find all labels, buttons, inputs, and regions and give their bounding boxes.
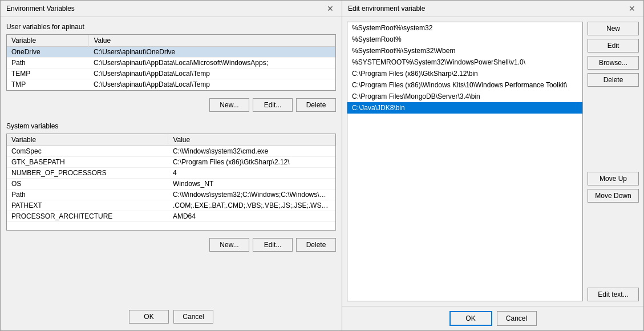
env-var-list-item[interactable]: C:\Java\JDK8\bin [347,102,582,114]
left-ok-button[interactable]: OK [129,310,169,324]
user-section-label: User variables for apinaut [6,23,336,31]
user-buttons-row: New... Edit... Delete [1,94,342,116]
env-var-list-item[interactable]: C:\Program Files (x86)\Windows Kits\10\W… [347,79,582,91]
env-var-list-item[interactable]: %SYSTEMROOT%\System32\WindowsPowerShell\… [347,56,582,68]
user-table-row[interactable]: TMPC:\Users\apinaut\AppData\Local\Temp [7,79,335,90]
left-bottom-buttons: OK Cancel [1,304,342,330]
system-buttons-row: New... Edit... Delete [1,233,342,256]
right-action-buttons: New Edit Browse... Delete Move Up Move D… [588,22,639,301]
right-close-button[interactable]: ✕ [626,4,638,13]
user-row-value: C:\Users\apinaut\AppData\Local\Microsoft… [89,58,335,68]
right-delete-button[interactable]: Delete [588,73,639,87]
env-var-list-item[interactable]: %SystemRoot%\System32\Wbem [347,45,582,56]
system-variables-section: System variables Variable Value ComSpecC… [1,116,342,233]
user-row-variable: Path [7,58,89,68]
right-ok-button[interactable]: OK [449,311,492,326]
right-edit-button[interactable]: Edit [588,39,639,53]
system-row-value: C:\Windows\system32;C:\Windows;C:\Window… [168,189,335,200]
user-table-row[interactable]: OneDriveC:\Users\apinaut\OneDrive [7,47,335,58]
left-close-button[interactable]: ✕ [325,4,336,13]
user-row-value: C:\Users\apinaut\AppData\Local\Temp [89,79,335,90]
system-row-value: C:\Windows\system32\cmd.exe [168,146,335,157]
right-move-down-button[interactable]: Move Down [588,189,639,203]
system-row-variable: OS [7,179,168,189]
user-table-header-row: Variable Value [7,35,335,47]
right-edit-text-button[interactable]: Edit text... [588,288,639,301]
user-variables-table-container: Variable Value OneDriveC:\Users\apinaut\… [6,34,336,91]
system-row-variable: NUMBER_OF_PROCESSORS [7,168,168,179]
system-section-label: System variables [6,122,336,130]
system-row-variable: PROCESSOR_ARCHITECTURE [7,211,168,222]
system-row-value: Windows_NT [168,179,335,189]
right-title-bar: Edit environment variable ✕ [342,1,643,17]
user-variables-table: Variable Value OneDriveC:\Users\apinaut\… [7,35,335,90]
system-table-row[interactable]: PATHEXT.COM;.EXE;.BAT;.CMD;.VBS;.VBE;.JS… [7,200,335,211]
system-table-header-row: Variable Value [7,134,335,146]
user-variables-section: User variables for apinaut Variable Valu… [1,17,342,94]
system-row-value: .COM;.EXE;.BAT;.CMD;.VBS;.VBE;.JS;.JSE;.… [168,200,335,211]
user-col-variable: Variable [7,35,89,47]
system-table-row[interactable]: GTK_BASEPATHC:\Program Files (x86)\GtkSh… [7,157,335,168]
system-table-row[interactable]: ComSpecC:\Windows\system32\cmd.exe [7,146,335,157]
user-edit-button[interactable]: Edit... [253,98,293,112]
env-var-list-item[interactable]: %SystemRoot%\system32 [347,22,582,34]
right-panel-title: Edit environment variable [348,5,425,13]
right-content-area: %SystemRoot%\system32%SystemRoot%%System… [342,17,643,306]
env-var-list[interactable]: %SystemRoot%\system32%SystemRoot%%System… [347,22,583,301]
user-row-variable: TEMP [7,68,89,79]
user-row-value: C:\Users\apinaut\OneDrive [89,47,335,58]
user-row-variable: OneDrive [7,47,89,58]
system-row-variable: GTK_BASEPATH [7,157,168,168]
system-row-value: 4 [168,168,335,179]
system-edit-button[interactable]: Edit... [253,238,293,252]
system-row-value: C:\Program Files (x86)\GtkSharp\2.12\ [168,157,335,168]
system-col-value: Value [168,134,335,146]
user-col-value: Value [89,35,335,47]
system-table-row[interactable]: PROCESSOR_ARCHITECTUREAMD64 [7,211,335,222]
env-var-list-item[interactable]: C:\Program Files (x86)\GtkSharp\2.12\bin [347,68,582,79]
system-row-variable: Path [7,189,168,200]
system-table-row[interactable]: PathC:\Windows\system32;C:\Windows;C:\Wi… [7,189,335,200]
right-bottom-buttons: OK Cancel [342,306,643,330]
right-new-button[interactable]: New [588,22,639,35]
system-row-variable: ComSpec [7,146,168,157]
system-table-row[interactable]: NUMBER_OF_PROCESSORS4 [7,168,335,179]
system-row-variable: PATHEXT [7,200,168,211]
user-table-row[interactable]: TEMPC:\Users\apinaut\AppData\Local\Temp [7,68,335,79]
system-col-variable: Variable [7,134,168,146]
right-browse-button[interactable]: Browse... [588,56,639,70]
env-var-list-item[interactable]: %SystemRoot% [347,34,582,45]
system-row-value: AMD64 [168,211,335,222]
system-table-row[interactable]: OSWindows_NT [7,179,335,189]
right-move-up-button[interactable]: Move Up [588,172,639,185]
left-cancel-button[interactable]: Cancel [173,310,213,324]
user-table-row[interactable]: PathC:\Users\apinaut\AppData\Local\Micro… [7,58,335,68]
right-panel: Edit environment variable ✕ %SystemRoot%… [342,0,644,331]
user-delete-button[interactable]: Delete [296,98,336,112]
user-row-value: C:\Users\apinaut\AppData\Local\Temp [89,68,335,79]
system-new-button[interactable]: New... [209,238,249,252]
left-title-bar: Environment Variables ✕ [1,1,342,17]
system-variables-table: Variable Value ComSpecC:\Windows\system3… [7,134,335,222]
right-cancel-button[interactable]: Cancel [497,311,537,326]
system-delete-button[interactable]: Delete [296,238,336,252]
user-new-button[interactable]: New... [209,98,249,112]
env-var-list-item[interactable]: C:\Program Files\MongoDB\Server\3.4\bin [347,91,582,102]
left-panel: Environment Variables ✕ User variables f… [0,0,342,331]
system-variables-table-container: Variable Value ComSpecC:\Windows\system3… [6,134,336,231]
left-panel-title: Environment Variables [6,5,75,13]
user-row-variable: TMP [7,79,89,90]
